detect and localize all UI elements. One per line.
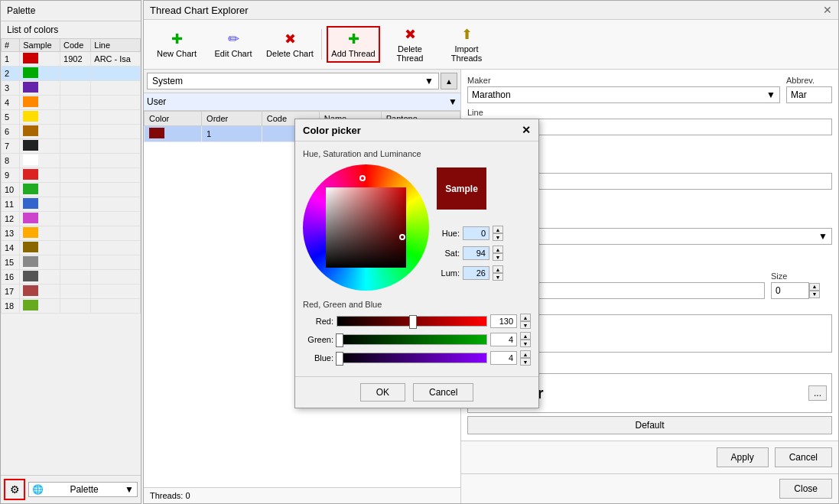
green-input[interactable]: [490, 333, 517, 346]
palette-color-swatch: [23, 285, 38, 296]
blue-track[interactable]: [337, 353, 487, 363]
palette-row[interactable]: 5: [2, 110, 141, 125]
hue-up-button[interactable]: ▲: [493, 226, 503, 233]
palette-color-swatch: [23, 198, 38, 209]
color-swatch[interactable]: [149, 128, 164, 138]
size-input[interactable]: [771, 282, 809, 299]
lum-up-button[interactable]: ▲: [493, 265, 503, 273]
gear-icon: ⚙: [10, 483, 20, 496]
new-chart-icon: ✚: [171, 31, 183, 47]
hue-down-button[interactable]: ▼: [493, 233, 503, 241]
palette-row-num: 18: [2, 299, 20, 314]
gear-button[interactable]: ⚙: [4, 479, 25, 500]
palette-row[interactable]: 1 1902 ARC - Isa: [2, 52, 141, 67]
blue-thumb[interactable]: [336, 352, 343, 366]
palette-row-line: [91, 67, 141, 81]
palette-dropdown[interactable]: 🌐 Palette ▼: [28, 482, 138, 497]
apply-button[interactable]: Apply: [717, 447, 769, 467]
color-wheel[interactable]: [303, 164, 429, 291]
cancel-button[interactable]: Cancel: [775, 447, 832, 467]
palette-row[interactable]: 17: [2, 285, 141, 299]
palette-row-num: 9: [2, 168, 20, 183]
green-track[interactable]: [337, 334, 487, 345]
new-chart-label: New Chart: [157, 49, 197, 58]
palette-row-line: [91, 139, 141, 154]
palette-row[interactable]: 7: [2, 139, 141, 154]
palette-color-swatch: [23, 111, 38, 122]
blue-down-button[interactable]: ▼: [520, 358, 531, 366]
toolbar: ✚ New Chart ✏ Edit Chart ✖ Delete Chart …: [144, 20, 838, 70]
thread-color-cell: [145, 126, 202, 142]
palette-row[interactable]: 15: [2, 255, 141, 270]
sat-up-button[interactable]: ▲: [493, 245, 503, 253]
ok-button[interactable]: OK: [360, 383, 405, 402]
sat-input[interactable]: [463, 246, 489, 260]
palette-row[interactable]: 6: [2, 125, 141, 139]
user-row[interactable]: User ▼: [144, 93, 460, 111]
blue-input[interactable]: [490, 351, 517, 365]
palette-row-num: 4: [2, 96, 20, 110]
delete-thread-icon: ✖: [405, 26, 416, 43]
palette-row[interactable]: 2: [2, 67, 141, 81]
new-chart-button[interactable]: ✚ New Chart: [150, 28, 203, 61]
delete-chart-button[interactable]: ✖ Delete Chart: [263, 28, 317, 61]
palette-row[interactable]: 13: [2, 226, 141, 241]
system-dropdown[interactable]: System ▼: [147, 73, 439, 89]
green-thumb[interactable]: [336, 333, 343, 347]
palette-row-num: 7: [2, 139, 20, 154]
window-close-button[interactable]: ✕: [823, 4, 832, 16]
delete-thread-button[interactable]: ✖ Delete Thread: [383, 23, 437, 66]
red-track[interactable]: [337, 316, 487, 327]
red-down-button[interactable]: ▼: [520, 321, 531, 329]
green-down-button[interactable]: ▼: [520, 340, 531, 347]
import-threads-button[interactable]: ⬆ Import Threads: [440, 23, 493, 66]
palette-row[interactable]: 9: [2, 168, 141, 183]
palette-row-num: 1: [2, 52, 20, 67]
dialog-close-button[interactable]: ✕: [522, 124, 531, 136]
abbrev-input[interactable]: [786, 86, 832, 103]
palette-row-line: [91, 270, 141, 285]
palette-row-num: 13: [2, 226, 20, 241]
palette-row[interactable]: 16: [2, 270, 141, 285]
lum-down-button[interactable]: ▼: [493, 273, 503, 281]
wheel-inner-dot[interactable]: [399, 234, 405, 240]
size-up-button[interactable]: ▲: [809, 283, 820, 291]
logo-default-button[interactable]: Default: [467, 416, 832, 434]
red-up-button[interactable]: ▲: [520, 314, 531, 321]
palette-row[interactable]: 18: [2, 299, 141, 314]
palette-color-swatch: [23, 300, 38, 311]
add-thread-button[interactable]: ✚ Add Thread: [327, 26, 380, 63]
logo-dots-button[interactable]: ...: [808, 385, 827, 401]
red-thumb[interactable]: [409, 315, 417, 329]
dialog-cancel-button[interactable]: Cancel: [413, 383, 473, 402]
wheel-hue-dot[interactable]: [359, 175, 366, 181]
palette-row-num: 8: [2, 154, 20, 168]
col-num: #: [2, 39, 20, 52]
maker-select[interactable]: Marathon ▼: [467, 86, 780, 103]
sat-down-button[interactable]: ▼: [493, 253, 503, 261]
palette-row-line: [91, 241, 141, 255]
edit-chart-label: Edit Chart: [215, 49, 252, 58]
red-input[interactable]: [490, 314, 517, 328]
color-wheel-container[interactable]: [303, 164, 429, 291]
palette-row[interactable]: 8: [2, 154, 141, 168]
palette-row[interactable]: 4: [2, 96, 141, 110]
delete-chart-icon: ✖: [285, 31, 296, 47]
hue-input[interactable]: [463, 226, 489, 240]
edit-chart-button[interactable]: ✏ Edit Chart: [206, 28, 260, 61]
palette-color-swatch: [23, 96, 38, 107]
size-down-button[interactable]: ▼: [809, 291, 820, 298]
size-label: Size: [771, 272, 832, 281]
blue-up-button[interactable]: ▲: [520, 350, 531, 358]
palette-row[interactable]: 14: [2, 241, 141, 255]
green-up-button[interactable]: ▲: [520, 332, 531, 340]
palette-row[interactable]: 10: [2, 183, 141, 197]
palette-row[interactable]: 3: [2, 81, 141, 96]
color-wheel-inner[interactable]: [326, 187, 406, 268]
palette-row[interactable]: 11: [2, 197, 141, 212]
palette-row[interactable]: 12: [2, 212, 141, 226]
lum-input[interactable]: [463, 266, 489, 280]
close-button[interactable]: Close: [779, 479, 832, 499]
palette-row-line: [91, 212, 141, 226]
system-expand-button[interactable]: ▲: [441, 73, 457, 89]
